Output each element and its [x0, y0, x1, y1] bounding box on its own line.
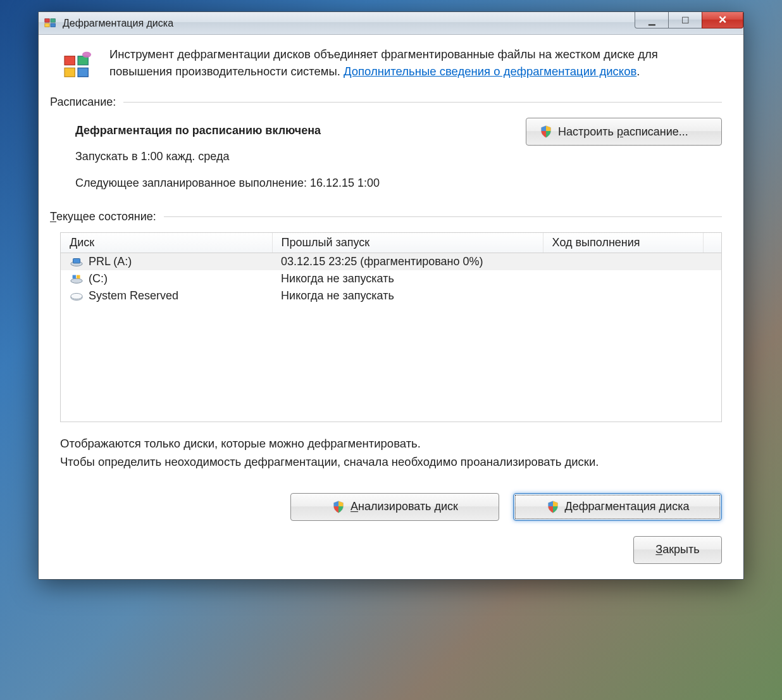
disk-table-wrap: Диск Прошлый запуск Ход выполнения PRL (… — [60, 232, 722, 422]
drive-icon — [70, 273, 84, 285]
schedule-block: Дефрагментация по расписанию включена За… — [75, 118, 722, 196]
svg-rect-3 — [51, 23, 55, 27]
disk-progress — [543, 270, 703, 287]
close-window-button[interactable]: ✕ — [702, 12, 743, 28]
schedule-run-text: Запускать в 1:00 кажд. среда — [75, 144, 380, 170]
schedule-label-text: Расписание: — [50, 96, 116, 109]
content-area: Инструмент дефрагментации дисков объедин… — [39, 35, 743, 579]
defrag-window: Дефрагментация диска ▁ ☐ ✕ Инструмент де… — [38, 11, 744, 580]
svg-rect-6 — [65, 68, 75, 77]
titlebar[interactable]: Дефрагментация диска ▁ ☐ ✕ — [39, 12, 743, 35]
footer-note: Отображаются только диски, которые можно… — [60, 435, 722, 471]
more-info-link[interactable]: Дополнительные сведения о дефрагментации… — [344, 65, 636, 78]
divider — [164, 216, 722, 217]
table-row[interactable]: (C:)Никогда не запускать — [61, 270, 721, 287]
disk-lastrun: Никогда не запускать — [272, 287, 543, 304]
svg-point-8 — [82, 52, 91, 58]
svg-rect-7 — [78, 68, 88, 77]
analyze-disk-button[interactable]: Анализировать диск — [290, 493, 499, 521]
svg-rect-12 — [73, 275, 77, 278]
svg-rect-10 — [73, 258, 80, 263]
schedule-section-label: Расписание: — [50, 96, 722, 109]
drive-icon — [70, 291, 84, 302]
col-lastrun[interactable]: Прошлый запуск — [272, 233, 543, 253]
shield-icon — [332, 500, 345, 514]
svg-rect-2 — [45, 23, 49, 27]
intro-block: Инструмент дефрагментации дисков объедин… — [60, 46, 722, 84]
configure-schedule-label: Настроить расписание... — [558, 125, 688, 139]
schedule-next-text: Следующее запланированное выполнение: 16… — [75, 170, 380, 196]
disk-lastrun: Никогда не запускать — [272, 270, 543, 287]
disk-name: (C:) — [89, 272, 108, 285]
svg-rect-1 — [51, 18, 55, 22]
maximize-button[interactable]: ☐ — [668, 12, 702, 28]
svg-rect-0 — [45, 18, 49, 22]
schedule-lines: Дефрагментация по расписанию включена За… — [75, 118, 380, 196]
configure-schedule-button[interactable]: Настроить расписание... — [526, 118, 722, 146]
window-title: Дефрагментация диска — [63, 18, 635, 29]
table-row[interactable]: System ReservedНикогда не запускать — [61, 287, 721, 304]
status-label-text: Текущее состояние: — [50, 210, 156, 223]
analyze-label: Анализировать диск — [351, 500, 458, 513]
defrag-label: Дефрагментация диска — [565, 500, 690, 513]
footer-line2: Чтобы определить неоходимость дефрагмент… — [60, 453, 722, 472]
svg-point-15 — [71, 293, 82, 299]
drive-icon — [70, 256, 84, 268]
disk-lastrun: 03.12.15 23:25 (фрагментировано 0%) — [272, 253, 543, 271]
intro-period: . — [636, 65, 640, 78]
intro-text: Инструмент дефрагментации дисков объедин… — [109, 46, 722, 84]
close-button[interactable]: Закрыть — [633, 536, 722, 564]
col-progress[interactable]: Ход выполнения — [543, 233, 703, 253]
divider — [123, 102, 722, 103]
close-label: Закрыть — [655, 543, 699, 556]
svg-point-11 — [71, 278, 82, 283]
window-controls: ▁ ☐ ✕ — [635, 12, 743, 28]
close-row: Закрыть — [60, 536, 722, 564]
disk-table: Диск Прошлый запуск Ход выполнения PRL (… — [61, 233, 721, 304]
disk-name: PRL (A:) — [89, 255, 132, 268]
schedule-enabled-text: Дефрагментация по расписанию включена — [75, 118, 380, 144]
status-section-label: Текущее состояние: — [50, 210, 722, 223]
shield-icon — [539, 125, 553, 139]
disk-name: System Reserved — [89, 289, 178, 303]
action-row: Анализировать диск Дефрагментация диска — [60, 493, 722, 521]
disk-progress — [543, 287, 703, 304]
svg-rect-13 — [77, 275, 80, 278]
col-disk[interactable]: Диск — [61, 233, 272, 253]
defragment-disk-button[interactable]: Дефрагментация диска — [513, 493, 722, 521]
shield-icon — [546, 500, 560, 514]
minimize-button[interactable]: ▁ — [635, 12, 669, 28]
footer-line1: Отображаются только диски, которые можно… — [60, 435, 722, 453]
defrag-app-icon — [44, 16, 58, 30]
defrag-large-icon — [60, 49, 96, 84]
col-spacer — [704, 233, 722, 253]
disk-progress — [543, 253, 703, 271]
table-row[interactable]: PRL (A:)03.12.15 23:25 (фрагментировано … — [61, 253, 721, 271]
svg-rect-4 — [65, 56, 75, 65]
